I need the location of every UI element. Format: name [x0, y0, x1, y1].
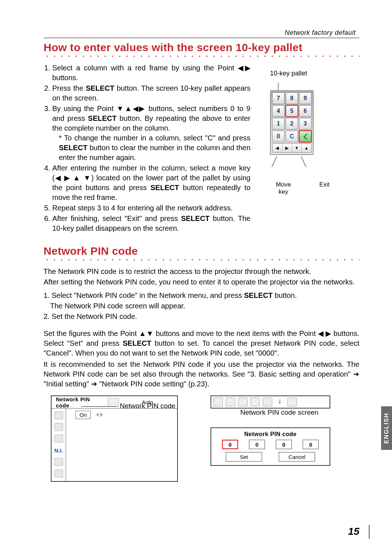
key-7: 7 [272, 93, 285, 104]
step-5: Repeat steps 3 to 4 for entering all the… [52, 203, 250, 213]
steps-list: Select a column with a red frame by usin… [44, 63, 250, 233]
dotted-rule-2 [44, 258, 359, 262]
ten-key-pallet: 789 456 123 0C ◀ ▶ ▼ ▲ [270, 90, 314, 155]
menu-icon-6 [54, 469, 63, 477]
pin-step-1: 1. Select "Network PIN code" in the Netw… [44, 291, 359, 300]
left-arrow-icon [96, 413, 99, 417]
toolbar: i [211, 395, 330, 409]
pin-digit-4: 0 [303, 440, 319, 449]
footer-rule [369, 525, 369, 539]
pin-para-2: It is recommended to set the Network PIN… [44, 360, 359, 389]
running-header: Network factory default [285, 29, 356, 37]
dotted-rule [44, 54, 359, 58]
menu-icon-ni: N.I. [54, 446, 63, 454]
tb-icon-1 [213, 398, 223, 406]
menu-icon-3 [54, 435, 63, 443]
pin-set-button: Set [226, 452, 262, 461]
tb-icon-5 [263, 398, 272, 406]
right-arrow-icon [100, 413, 103, 417]
key-8: 8 [286, 93, 298, 104]
tb-icon-info: i [275, 398, 285, 406]
language-tab: ENGLISH [381, 406, 392, 450]
key-c: C [286, 131, 298, 142]
tb-icon-2 [226, 398, 235, 406]
menu-callout: Network PIN code [120, 402, 175, 410]
move-up-icon: ▲ [302, 144, 311, 152]
step-2: Press the SELECT button. The screen 10-k… [52, 83, 250, 103]
pin-steps: 1. Select "Network PIN code" in the Netw… [44, 291, 359, 321]
pin-screen-title: Network PIN code [215, 431, 326, 438]
menu-icon-1 [54, 411, 63, 419]
heading-10key: How to enter values with the screen 10-k… [44, 41, 359, 54]
pin-para-1: Set the figures with the Point ▲▼ button… [44, 329, 359, 358]
pin-intro-1: The Network PIN code is to restrict the … [44, 267, 359, 276]
menu-icon-5 [54, 458, 63, 466]
menu-icon-2 [54, 423, 63, 431]
move-key-row: ◀ ▶ ▼ ▲ [272, 143, 311, 153]
step-1: Select a column with a red frame by usin… [52, 63, 250, 83]
tb-icon-3 [238, 398, 248, 406]
move-key-label: Move key [271, 181, 296, 196]
move-left-icon: ◀ [273, 144, 282, 152]
header-rule [44, 38, 359, 38]
key-exit [299, 131, 311, 142]
menu-on-field: On [75, 411, 91, 419]
pin-digit-2: 0 [249, 440, 265, 449]
pin-screen-label: Network PIN code screen [240, 409, 359, 416]
pin-intro-2: After setting the Network PIN code, you … [44, 277, 359, 287]
move-right-icon: ▶ [282, 144, 292, 152]
pin-step-2: 2. Set the Network PIN code. [44, 312, 359, 321]
step-4: After entering the number in the column,… [52, 163, 250, 202]
step-3-note: * To change the number in a column, sele… [59, 133, 250, 163]
pin-digit-1: 0 [222, 440, 238, 449]
pin-screen: Network PIN code 0 0 0 0 Set Cancel [211, 427, 330, 466]
pallet-label: 10-key pallet [261, 70, 330, 77]
step-6: After finishing, select "Exit" and press… [52, 214, 250, 233]
menu-icon [108, 398, 119, 407]
page-number: 15 [348, 526, 359, 537]
key-2: 2 [286, 118, 298, 130]
pin-cancel-button: Cancel [279, 452, 315, 461]
callout-line [81, 406, 118, 407]
exit-label: Exit [319, 181, 330, 196]
key-0: 0 [272, 131, 285, 142]
key-6: 6 [299, 105, 311, 117]
tb-icon-7 [287, 398, 297, 406]
step-3: By using the Point ▼▲◀▶ buttons, select … [52, 104, 250, 163]
move-down-icon: ▼ [292, 144, 302, 152]
key-1: 1 [272, 118, 285, 130]
pin-digit-3: 0 [276, 440, 292, 449]
key-5: 5 [286, 105, 298, 117]
pin-step-1b: The Network PIN code screen will appear. [44, 301, 359, 311]
key-9: 9 [299, 93, 311, 104]
key-3: 3 [299, 118, 311, 130]
heading-pin: Network PIN code [44, 245, 359, 257]
key-4: 4 [272, 105, 285, 117]
tb-icon-4 [250, 398, 260, 406]
